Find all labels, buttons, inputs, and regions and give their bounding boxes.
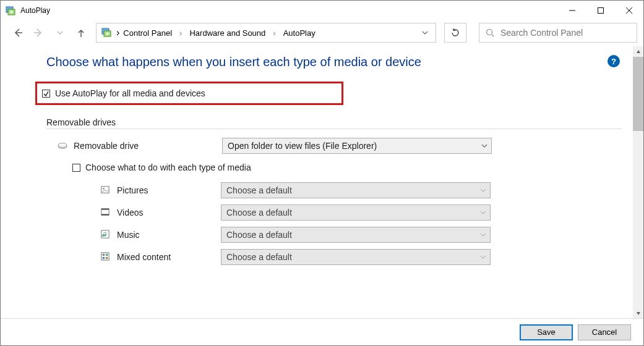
music-row: Music Choose a default	[46, 227, 622, 243]
media-type-checkbox-row: Choose what to do with each type of medi…	[72, 162, 622, 172]
mixed-content-icon	[101, 252, 111, 262]
window-titlebar: AutoPlay	[1, 1, 643, 20]
save-button[interactable]: Save	[520, 324, 573, 340]
videos-label: Videos	[117, 208, 221, 217]
highlighted-setting: Use AutoPlay for all media and devices	[35, 82, 343, 105]
nav-arrows	[12, 27, 87, 39]
svg-rect-27	[106, 257, 108, 260]
svg-point-16	[58, 143, 67, 148]
autoplay-location-icon	[101, 27, 113, 38]
chevron-down-icon	[480, 208, 486, 217]
window-title: AutoPlay	[20, 6, 50, 15]
music-icon	[101, 230, 111, 240]
forward-button[interactable]	[33, 27, 45, 39]
page-title: Choose what happens when you insert each…	[46, 55, 622, 69]
back-button[interactable]	[12, 27, 24, 39]
chevron-right-icon[interactable]: ›	[177, 28, 184, 38]
minimize-button[interactable]	[558, 1, 586, 20]
media-type-checkbox-text: Choose what to do with each type of medi…	[85, 162, 251, 172]
svg-rect-25	[106, 254, 108, 256]
scroll-down-button[interactable]	[633, 308, 643, 318]
up-button[interactable]	[75, 27, 87, 39]
chevron-down-icon	[481, 141, 487, 151]
breadcrumb-item-control-panel[interactable]: Control Panel	[121, 27, 174, 39]
svg-point-13	[487, 30, 492, 35]
content-area: Choose what happens when you insert each…	[1, 46, 633, 318]
use-autoplay-checkbox-row[interactable]: Use AutoPlay for all media and devices	[42, 88, 337, 98]
navigation-bar: › Control Panel › Hardware and Sound › A…	[1, 20, 643, 48]
pictures-value: Choose a default	[226, 185, 292, 195]
svg-rect-20	[101, 209, 109, 210]
autoplay-app-icon	[6, 6, 15, 15]
help-button[interactable]: ?	[608, 55, 620, 67]
pictures-label: Pictures	[117, 185, 221, 195]
chevron-down-icon	[480, 252, 486, 262]
pictures-icon	[101, 185, 111, 195]
cancel-button[interactable]: Cancel	[578, 324, 631, 340]
vertical-scrollbar[interactable]	[633, 46, 643, 318]
chevron-down-icon	[480, 230, 486, 240]
videos-row: Videos Choose a default	[46, 205, 622, 221]
mixed-combo[interactable]: Choose a default	[221, 249, 491, 265]
music-value: Choose a default	[226, 230, 292, 240]
mixed-row: Mixed content Choose a default	[46, 249, 622, 265]
svg-rect-4	[598, 8, 604, 14]
svg-rect-26	[103, 257, 105, 260]
breadcrumb-item-autoplay[interactable]: AutoPlay	[281, 27, 318, 39]
recent-locations-button[interactable]	[54, 27, 66, 39]
removable-drive-value: Open folder to view files (File Explorer…	[228, 141, 377, 151]
svg-point-18	[103, 188, 105, 190]
breadcrumb-item-hardware-sound[interactable]: Hardware and Sound	[187, 27, 268, 39]
videos-value: Choose a default	[226, 208, 292, 217]
use-autoplay-label: Use AutoPlay for all media and devices	[55, 88, 205, 98]
svg-line-14	[492, 35, 494, 36]
search-icon	[486, 28, 494, 37]
section-divider	[46, 129, 622, 129]
media-type-checkbox[interactable]	[72, 164, 80, 172]
breadcrumb: Control Panel › Hardware and Sound › Aut…	[119, 27, 417, 39]
music-combo[interactable]: Choose a default	[221, 227, 491, 243]
svg-marker-29	[637, 312, 640, 315]
videos-combo[interactable]: Choose a default	[221, 205, 491, 221]
mixed-value: Choose a default	[226, 252, 292, 262]
window-caption-buttons	[558, 1, 643, 20]
mixed-label: Mixed content	[117, 252, 221, 262]
search-box[interactable]	[479, 23, 637, 43]
removable-drive-icon	[58, 141, 67, 151]
media-type-checkbox-label[interactable]: Choose what to do with each type of medi…	[72, 162, 251, 172]
svg-marker-28	[637, 50, 640, 53]
address-dropdown-button[interactable]	[417, 27, 433, 38]
removable-drive-combo[interactable]: Open folder to view files (File Explorer…	[222, 138, 492, 154]
svg-rect-24	[103, 254, 105, 256]
section-removable-drives: Removable drives	[46, 117, 622, 127]
chevron-right-icon[interactable]: ›	[270, 28, 278, 38]
use-autoplay-checkbox[interactable]	[42, 90, 50, 98]
videos-icon	[101, 208, 111, 217]
removable-drive-label: Removable drive	[74, 141, 222, 151]
pictures-combo[interactable]: Choose a default	[221, 182, 491, 198]
svg-rect-21	[101, 214, 109, 216]
close-button[interactable]	[615, 1, 643, 20]
search-input[interactable]	[500, 28, 630, 38]
pictures-row: Pictures Choose a default	[46, 182, 622, 198]
maximize-button[interactable]	[586, 1, 615, 20]
chevron-down-icon	[480, 185, 486, 195]
refresh-button[interactable]	[444, 23, 466, 43]
music-label: Music	[117, 230, 221, 240]
scroll-thumb[interactable]	[633, 57, 643, 131]
removable-drive-row: Removable drive Open folder to view file…	[46, 138, 622, 154]
bottom-bar: Save Cancel	[1, 318, 643, 345]
scroll-up-button[interactable]	[633, 46, 643, 57]
address-bar[interactable]: › Control Panel › Hardware and Sound › A…	[96, 23, 436, 43]
svg-rect-22	[101, 230, 109, 238]
